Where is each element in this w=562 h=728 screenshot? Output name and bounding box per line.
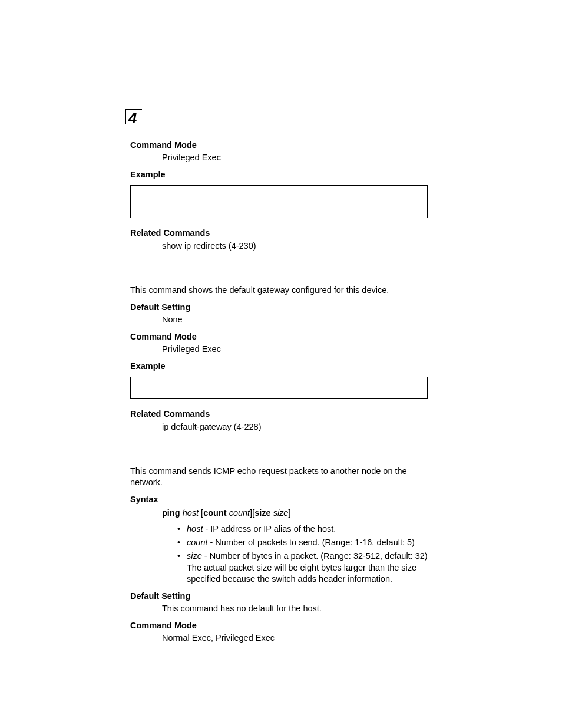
command-mode-heading: Command Mode [130,140,428,151]
chapter-marker: 4 [125,109,142,124]
syntax-arg: count [229,508,250,518]
list-item: host - IP address or IP alias of the hos… [177,523,428,535]
arg-name: count [187,538,207,547]
syntax-bracket: ][ [250,508,254,518]
arg-desc: - Number of bytes in a packet. (Range: 3… [187,551,428,583]
page: 4 Command Mode Privileged Exec Example R… [0,0,562,728]
list-item: size - Number of bytes in a packet. (Ran… [177,551,428,584]
syntax-keyword: size [254,508,270,518]
command-mode-heading: Command Mode [130,331,428,342]
syntax-bullet-list: host - IP address or IP alias of the hos… [177,523,428,585]
syntax-arg: size [273,508,289,518]
syntax-keyword: ping [162,508,180,518]
default-setting-heading: Default Setting [130,591,428,602]
arg-name: size [187,551,202,561]
section-intro: This command sends ICMP echo request pac… [130,466,428,488]
related-commands-heading: Related Commands [130,409,428,420]
related-commands-heading: Related Commands [130,228,428,239]
syntax-keyword: count [203,508,226,518]
arg-desc: - Number of packets to send. (Range: 1-1… [207,538,414,547]
page-content: Command Mode Privileged Exec Example Rel… [130,140,428,650]
default-setting-heading: Default Setting [130,302,428,313]
command-mode-value: Privileged Exec [162,152,428,163]
related-commands-value: show ip redirects (4-230) [162,241,428,252]
section-intro: This command shows the default gateway c… [130,285,428,296]
arg-name: host [187,524,203,533]
example-box [130,377,428,399]
syntax-arg: host [183,508,199,518]
arg-desc: - IP address or IP alias of the host. [203,524,336,533]
related-commands-value: ip default-gateway (4-228) [162,421,428,433]
example-box [130,185,428,218]
list-item: count - Number of packets to send. (Rang… [177,537,428,548]
example-heading: Example [130,169,428,180]
syntax-line: ping host [count count][size size] [162,508,428,519]
example-heading: Example [130,361,428,372]
chapter-number: 4 [128,111,136,125]
command-mode-heading: Command Mode [130,620,428,631]
default-setting-value: This command has no default for the host… [162,603,428,614]
command-mode-value: Normal Exec, Privileged Exec [162,633,428,644]
syntax-bracket: ] [288,508,290,518]
default-setting-value: None [162,314,428,325]
syntax-heading: Syntax [130,494,428,505]
command-mode-value: Privileged Exec [162,344,428,355]
